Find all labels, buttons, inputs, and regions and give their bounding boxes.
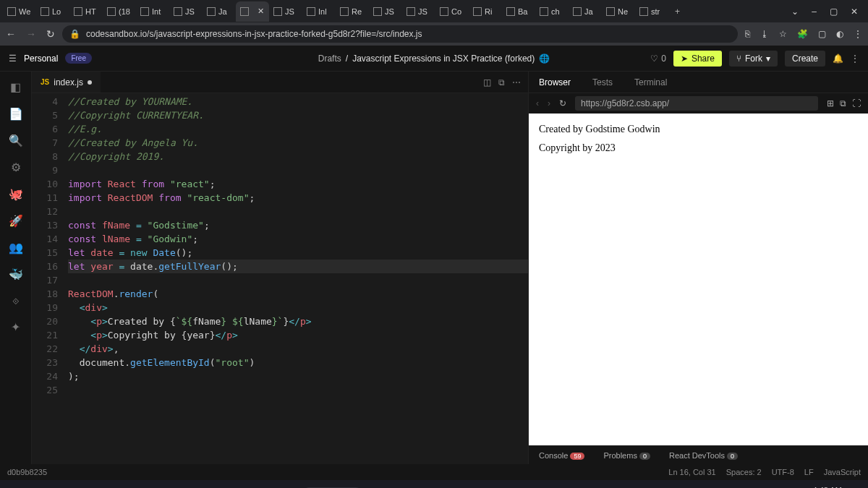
tab-tests[interactable]: Tests: [592, 77, 613, 87]
indent-setting[interactable]: Spaces: 2: [726, 468, 762, 476]
preview-urlbar: ‹ › ↻ https://g5d8r2.csb.app/ ⊞ ⧉ ⛶: [529, 93, 868, 114]
preview-url-input[interactable]: https://g5d8r2.csb.app/: [575, 96, 818, 111]
browser-tab[interactable]: Ri: [469, 1, 502, 22]
encoding[interactable]: UTF-8: [772, 468, 794, 476]
browser-tab[interactable]: JS: [169, 1, 203, 22]
favicon-icon: [240, 7, 249, 16]
plan-badge: Free: [65, 53, 92, 64]
menu-icon[interactable]: ⋮: [854, 29, 862, 39]
devtools-tab[interactable]: React DevTools 0: [669, 451, 738, 460]
preview-grid-icon[interactable]: ⊞: [827, 98, 834, 108]
preview-back-icon[interactable]: ‹: [536, 98, 539, 108]
menu-button[interactable]: ☰: [9, 53, 17, 64]
language-mode[interactable]: JavaScript: [824, 468, 861, 476]
commit-hash[interactable]: d0b9b8235: [7, 468, 47, 476]
live-icon[interactable]: 👥: [9, 241, 23, 254]
tab-terminal[interactable]: Terminal: [634, 77, 667, 87]
cursor-pos[interactable]: Ln 16, Col 31: [668, 468, 715, 476]
tab-chevron-icon[interactable]: ⌄: [791, 7, 799, 17]
new-tab-button[interactable]: +: [669, 7, 686, 17]
breadcrumb-title[interactable]: Javascript Expressions in JSX Practice (…: [352, 53, 535, 64]
install-icon[interactable]: ⎘: [745, 29, 750, 39]
console-tab[interactable]: Console 59: [539, 451, 584, 460]
browser-tab[interactable]: Re: [336, 1, 369, 22]
browser-tab[interactable]: Ja: [203, 1, 236, 22]
docker-icon[interactable]: 🐳: [9, 267, 23, 281]
favicon-icon: [407, 7, 415, 16]
browser-tabs: WeLoHT(18IntJSJa✕JSInlReJSJSCoRiBachJaNe…: [0, 0, 868, 22]
bell-icon[interactable]: 🔔: [833, 53, 843, 64]
address-bar: ← → ↻ 🔒 codesandbox.io/s/javascript-expr…: [0, 22, 868, 46]
window-minimize-button[interactable]: –: [812, 7, 817, 17]
like-button[interactable]: ♡ 0: [650, 53, 666, 64]
search-rail-icon[interactable]: 🔍: [9, 134, 23, 147]
preview-pop-icon[interactable]: ⧉: [840, 98, 846, 108]
file-tab-index[interactable]: JS index.js: [32, 72, 101, 93]
browser-tab[interactable]: Lo: [36, 1, 69, 22]
browser-tab[interactable]: HT: [69, 1, 103, 22]
browser-tab[interactable]: JS: [269, 1, 302, 22]
create-button[interactable]: Create: [785, 51, 825, 67]
reader-icon[interactable]: ▢: [818, 29, 826, 39]
file-tabs: JS index.js ◫ ⧉ ⋯: [32, 72, 528, 93]
favicon-icon: [174, 7, 182, 16]
breadcrumb: Drafts / Javascript Expressions in JSX P…: [318, 53, 550, 64]
split-right-icon[interactable]: ⧉: [498, 77, 505, 87]
eol[interactable]: LF: [804, 468, 814, 476]
browser-tab[interactable]: Ja: [569, 1, 602, 22]
browser-tab[interactable]: (18: [103, 1, 136, 22]
split-left-icon[interactable]: ◫: [483, 77, 491, 87]
browser-tab[interactable]: Ba: [502, 1, 535, 22]
extensions-icon[interactable]: 🧩: [797, 29, 808, 39]
ai-icon[interactable]: ✦: [11, 320, 20, 334]
nav-back-button[interactable]: ←: [6, 28, 16, 40]
tab-more-icon[interactable]: ⋯: [512, 77, 521, 87]
settings-icon[interactable]: ⚙: [11, 160, 21, 174]
browser-tab[interactable]: ch: [535, 1, 569, 22]
app-header: ☰ Personal Free Drafts / Javascript Expr…: [0, 46, 868, 72]
profile-icon[interactable]: ◐: [836, 29, 843, 39]
code-editor[interactable]: 45678910111213141516171819202122232425 /…: [32, 93, 528, 464]
favicon-icon: [273, 7, 282, 16]
browser-tab[interactable]: JS: [402, 1, 435, 22]
browser-tab[interactable]: Ne: [602, 1, 635, 22]
nav-forward-button[interactable]: →: [26, 28, 36, 40]
window-close-button[interactable]: ✕: [851, 7, 858, 17]
fork-button[interactable]: ⑂ Fork ▾: [729, 51, 778, 67]
globe-icon: 🌐: [539, 53, 550, 64]
window-maximize-button[interactable]: ▢: [830, 7, 838, 17]
editor-panel: JS index.js ◫ ⧉ ⋯ 4567891011121314151617…: [32, 72, 528, 464]
vscode-icon[interactable]: ⟐: [12, 294, 20, 307]
browser-tab[interactable]: str: [635, 1, 668, 22]
preview-forward-icon[interactable]: ›: [548, 98, 550, 108]
share-button[interactable]: ➤ Share: [673, 51, 722, 67]
tab-browser[interactable]: Browser: [539, 77, 571, 87]
explorer-icon[interactable]: ◧: [10, 80, 21, 94]
browser-tab[interactable]: Inl: [302, 1, 336, 22]
browser-tab[interactable]: We: [3, 1, 36, 22]
star-icon[interactable]: ☆: [779, 29, 787, 39]
problems-tab[interactable]: Problems 0: [603, 451, 650, 460]
browser-tab[interactable]: ✕: [236, 1, 269, 22]
breadcrumb-root[interactable]: Drafts: [318, 53, 341, 64]
url-input[interactable]: 🔒 codesandbox.io/s/javascript-expression…: [62, 25, 738, 43]
preview-reload-icon[interactable]: ↻: [559, 98, 566, 108]
deploy-icon[interactable]: 🚀: [9, 214, 23, 228]
favicon-icon: [340, 7, 349, 16]
browser-tab[interactable]: Int: [136, 1, 169, 22]
browser-tab[interactable]: JS: [369, 1, 402, 22]
browser-tab[interactable]: Co: [435, 1, 469, 22]
download-icon[interactable]: ⭳: [760, 29, 769, 39]
nav-reload-button[interactable]: ↻: [46, 28, 55, 40]
preview-panel: Browser Tests Terminal ‹ › ↻ https://g5d…: [528, 72, 868, 464]
workspace-name[interactable]: Personal: [24, 53, 58, 64]
preview-frame: Created by Godstime Godwin Copyright by …: [529, 114, 868, 445]
github-icon[interactable]: 🐙: [9, 187, 23, 201]
more-icon[interactable]: ⋮: [851, 53, 859, 64]
file-icon[interactable]: 📄: [9, 107, 23, 121]
preview-expand-icon[interactable]: ⛶: [852, 98, 861, 108]
editor-statusbar: d0b9b8235 Ln 16, Col 31 Spaces: 2 UTF-8 …: [0, 464, 868, 480]
favicon-icon: [74, 7, 82, 16]
favicon-icon: [540, 7, 548, 16]
favicon-icon: [140, 7, 149, 16]
